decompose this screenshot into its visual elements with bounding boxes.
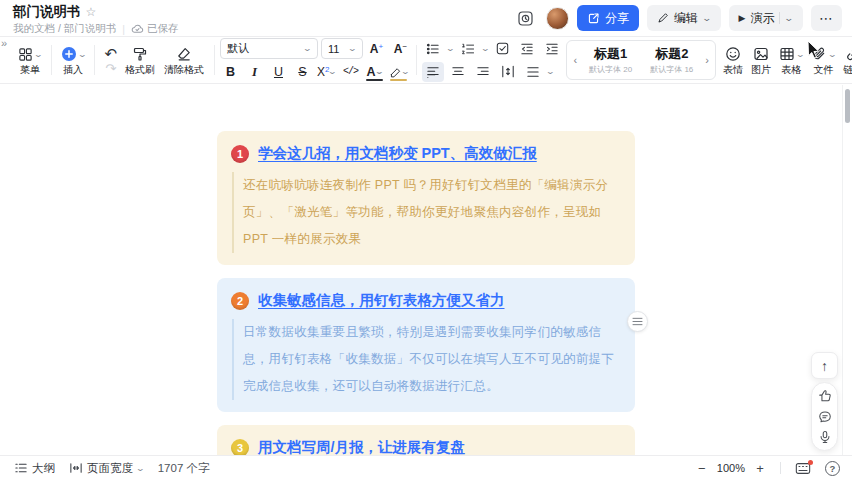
superscript-button[interactable]: X2⌄ [316, 62, 337, 82]
block-title-link[interactable]: 收集敏感信息，用钉钉表格方便又省力 [258, 291, 505, 310]
cloud-saved-icon [131, 24, 144, 34]
image-button-label: 图片 [751, 65, 771, 76]
more-icon: ⋯ [819, 10, 834, 26]
bold-button[interactable]: B [220, 62, 241, 82]
highlight-button[interactable]: ⌄ [388, 62, 409, 82]
chevron-down-icon: ⌄ [77, 50, 87, 59]
format-painter-button[interactable]: 格式刷 [121, 44, 159, 76]
dingtalk-doc-editor: 部门说明书 ☆ 我的文档 / 部门说明书 | 已保存 [0, 0, 852, 480]
font-family-select[interactable]: 默认 ⌄ [220, 38, 318, 59]
toolbar-divider [94, 45, 95, 75]
bullet-list-button[interactable] [422, 39, 444, 59]
table-button[interactable]: ⌄ 表格 [775, 44, 808, 76]
chevron-down-icon[interactable]: ⌄ [784, 13, 795, 23]
edit-button-label: 编辑 [674, 10, 698, 27]
callout-block-3[interactable]: 3 用文档写周/月报，让进展有复盘 在钉钉文档整理周/月报，记录工作和项目关键进… [217, 425, 635, 455]
heading2-style[interactable]: 标题2 默认字体 16 [642, 43, 701, 77]
more-menu-button[interactable]: ⋯ [811, 5, 842, 31]
underline-button[interactable]: U [268, 62, 289, 82]
toolbar-divider [51, 45, 52, 75]
align-right-button[interactable] [472, 62, 494, 82]
clear-format-button[interactable]: 清除格式 [159, 44, 209, 76]
block-number-badge: 2 [231, 292, 249, 310]
back-to-top-button[interactable]: ↑ [811, 352, 838, 379]
zoom-out-button[interactable]: − [696, 461, 708, 476]
zoom-in-button[interactable]: + [754, 461, 766, 476]
image-button[interactable]: 图片 [747, 44, 775, 76]
save-status: 已保存 [131, 22, 179, 36]
align-left-button[interactable] [422, 62, 444, 82]
help-button[interactable]: ? [825, 461, 840, 476]
line-height-button[interactable] [497, 62, 519, 82]
paragraph-spacing-button[interactable] [522, 62, 544, 82]
numbered-list-button[interactable] [457, 39, 479, 59]
block-quick-actions-handle[interactable] [627, 311, 648, 332]
image-icon [753, 46, 769, 62]
share-button[interactable]: 分享 [577, 5, 639, 31]
checklist-button[interactable] [491, 39, 513, 59]
outdent-button[interactable] [516, 39, 538, 59]
toolbar: » ⌄ 菜单 ⌄ 插入 ↶ ↷ [0, 36, 852, 84]
favorite-star-icon[interactable]: ☆ [86, 6, 97, 18]
callout-block-2[interactable]: 2 收集敏感信息，用钉钉表格方便又省力 日常数据收集重要且繁琐，特别是遇到需要收… [217, 278, 635, 412]
breadcrumb-divider: | [122, 23, 125, 35]
outline-toggle[interactable]: 大纲 [14, 461, 55, 476]
chevron-down-icon: ⌄ [480, 44, 490, 53]
arrow-up-icon: ↑ [821, 358, 828, 374]
decrease-font-button[interactable]: A− [390, 39, 411, 59]
link-button[interactable]: 链接 [839, 44, 852, 76]
italic-button[interactable]: I [244, 62, 265, 82]
undo-icon[interactable]: ↶ [104, 45, 117, 62]
chevron-down-icon: ⌄ [795, 50, 805, 59]
edit-mode-button[interactable]: 编辑 ⌄ [647, 5, 721, 31]
emoji-button[interactable]: 表情 [719, 44, 747, 76]
chevron-right-icon[interactable]: › [703, 54, 711, 66]
page-width-icon [69, 462, 83, 474]
comment-button[interactable] [817, 409, 833, 425]
topbar-right: 分享 编辑 ⌄ ▶ 演示 ⌄ ⋯ [514, 5, 842, 31]
document-canvas[interactable]: 1 学会这几招，用文档秒变 PPT、高效做汇报 还在吭哧吭哧连夜制作 PPT 吗… [0, 85, 852, 455]
statusbar-divider [780, 462, 781, 474]
toolbar-divider [416, 45, 417, 75]
menu-button[interactable]: ⌄ 菜单 [14, 44, 46, 76]
button-divider [779, 12, 780, 24]
scrollbar-thumb[interactable] [845, 89, 850, 123]
mouse-cursor [807, 40, 820, 59]
shortcuts-button[interactable] [795, 462, 811, 475]
format-painter-label: 格式刷 [125, 65, 155, 76]
avatar[interactable] [546, 7, 569, 30]
page-width-select[interactable]: 页面宽度 ⌄ [69, 461, 144, 476]
strikethrough-button[interactable]: S [292, 62, 313, 82]
align-center-button[interactable] [447, 62, 469, 82]
font-size-select[interactable]: 11 ⌄ [321, 38, 363, 59]
font-color-button[interactable]: A⌄ [364, 62, 385, 82]
chevron-down-icon: ⌄ [545, 67, 555, 76]
file-button-label: 文件 [814, 65, 834, 76]
callout-block-1[interactable]: 1 学会这几招，用文档秒变 PPT、高效做汇报 还在吭哧吭哧连夜制作 PPT 吗… [217, 131, 635, 265]
block-title-link[interactable]: 学会这几招，用文档秒变 PPT、高效做汇报 [258, 144, 537, 163]
share-button-label: 分享 [605, 10, 629, 27]
chevron-left-icon[interactable]: ‹ [571, 54, 579, 66]
like-button[interactable] [817, 388, 833, 404]
heading-style-picker: ‹ 标题1 默认字体 20 标题2 默认字体 16 › [566, 40, 716, 80]
inline-code-button[interactable]: </> [340, 62, 361, 82]
block-body[interactable]: 日常数据收集重要且繁琐，特别是遇到需要收集同学们的敏感信息，用钉钉表格「收集数据… [232, 319, 619, 400]
chevron-down-icon: ⌄ [135, 464, 145, 473]
insert-button[interactable]: ⌄ 插入 [57, 44, 90, 76]
pencil-icon [657, 12, 669, 24]
sidebar-expand-icon[interactable]: » [1, 37, 7, 49]
zoom-level: 100% [717, 462, 745, 474]
paint-roller-icon [132, 46, 148, 62]
present-button[interactable]: ▶ 演示 ⌄ [729, 5, 803, 31]
block-body[interactable]: 还在吭哧吭哧连夜制作 PPT 吗？用好钉钉文档里的「编辑演示分页」、「激光笔」等… [232, 172, 619, 253]
voice-read-button[interactable] [817, 429, 833, 445]
indent-button[interactable] [541, 39, 563, 59]
redo-icon[interactable]: ↷ [105, 62, 116, 76]
page-column: 1 学会这几招，用文档秒变 PPT、高效做汇报 还在吭哧吭哧连夜制作 PPT 吗… [217, 131, 635, 455]
increase-font-button[interactable]: A+ [366, 39, 387, 59]
breadcrumb[interactable]: 我的文档 / 部门说明书 [13, 22, 116, 36]
block-title-link[interactable]: 用文档写周/月报，让进展有复盘 [258, 438, 465, 455]
history-icon[interactable] [514, 6, 538, 30]
heading1-style[interactable]: 标题1 默认字体 20 [581, 43, 640, 77]
chevron-down-icon: ⌄ [348, 44, 358, 53]
